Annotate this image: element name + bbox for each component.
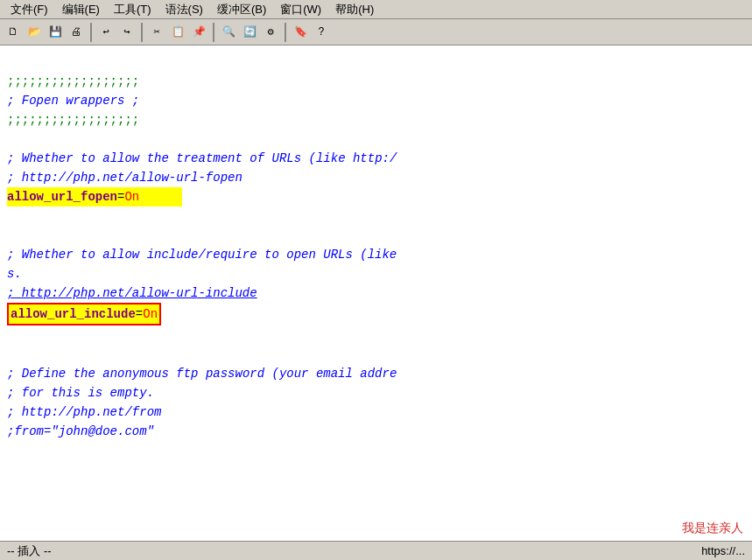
toolbar-bookmark[interactable]: 🔖: [291, 23, 310, 42]
line-15: [7, 326, 752, 345]
toolbar-paste[interactable]: 📌: [189, 23, 208, 42]
line-6: ; Whether to allow the treatment of URLs…: [7, 149, 752, 168]
comment-link1: ; http://php.net/allow-url-fopen: [7, 171, 242, 185]
line-16: [7, 345, 752, 364]
word-wrappers: wrappers: [66, 94, 124, 108]
code-content[interactable]: ;;;;;;;;;;;;;;;;;; ; Fopen wrappers ; ;;…: [0, 46, 752, 541]
comment-whether2: ; Whether to allow include/require to op…: [7, 248, 397, 262]
equals-2: =: [136, 307, 143, 321]
toolbar-cut[interactable]: ✂: [147, 23, 166, 42]
toolbar-redo[interactable]: ↪: [117, 23, 137, 42]
line-2: ;;;;;;;;;;;;;;;;;;: [7, 72, 752, 91]
semicolons-2: ;;;;;;;;;;;;;;;;;;: [7, 113, 139, 127]
menu-buffer[interactable]: 缓冲区(B): [210, 0, 273, 19]
line-10: [7, 226, 752, 245]
comment-from-link: ; http://php.net/from: [7, 405, 161, 419]
toolbar-macro[interactable]: ⚙: [261, 23, 280, 42]
key-allow-url-fopen: allow_url_fopen: [7, 190, 117, 204]
line-1: [7, 52, 752, 72]
line-7: ; http://php.net/allow-url-fopen: [7, 168, 752, 187]
word-anonymous: anonymous: [102, 367, 169, 381]
menu-tools[interactable]: 工具(T): [107, 0, 158, 19]
value-on-1: On: [124, 190, 139, 204]
line-9: [7, 206, 752, 226]
line-11: ; Whether to allow include/require to op…: [7, 245, 752, 264]
comment-empty: ; for this is empty.: [7, 386, 154, 400]
word-of: of: [249, 151, 264, 165]
separator-2: [141, 23, 143, 42]
word-allow: allow: [102, 151, 139, 165]
url-text: https://...: [701, 544, 745, 557]
menu-syntax[interactable]: 语法(S): [158, 0, 210, 19]
menu-edit[interactable]: 编辑(E): [55, 0, 107, 19]
menu-help[interactable]: 帮助(H): [328, 0, 381, 19]
key-allow-url-include: allow_url_include: [11, 307, 136, 321]
insert-mode-label: -- 插入 --: [7, 543, 52, 559]
line-5: [7, 130, 752, 149]
editor-area[interactable]: ;;;;;;;;;;;;;;;;;; ; Fopen wrappers ; ;;…: [0, 46, 752, 541]
toolbar-undo[interactable]: ↩: [96, 23, 116, 42]
line-20: ;from="john@doe.com": [7, 422, 752, 441]
separator-1: [90, 23, 92, 42]
toolbar-replace[interactable]: 🔄: [240, 23, 259, 42]
separator-4: [285, 23, 286, 42]
toolbar-save[interactable]: 💾: [46, 23, 65, 42]
line-13: ; http://php.net/allow-url-include: [7, 284, 752, 303]
toolbar: 🗋 📂 💾 🖨 ↩ ↪ ✂ 📋 📌 🔍 🔄 ⚙ 🔖 ?: [0, 19, 752, 46]
menu-window[interactable]: 窗口(W): [273, 0, 328, 19]
comment-fopen: ; Fopen wrappers ;: [7, 94, 139, 108]
comment-define: ; Define the anonymous ftp password (you…: [7, 367, 397, 381]
word-treatment: treatment: [176, 151, 242, 165]
comment-from-value: ;from="john@doe.com": [7, 424, 154, 438]
separator-3: [213, 23, 214, 42]
toolbar-help[interactable]: ?: [312, 23, 331, 42]
menu-file[interactable]: 文件(F): [4, 0, 55, 19]
line-4: ;;;;;;;;;;;;;;;;;;: [7, 110, 752, 130]
comment-link2: ; http://php.net/allow-url-include: [7, 286, 257, 300]
line-18: ; for this is empty.: [7, 383, 752, 402]
line-17: ; Define the anonymous ftp password (you…: [7, 364, 752, 383]
comment-whether1: ; Whether to allow the treatment of URLs…: [7, 151, 397, 165]
toolbar-open[interactable]: 📂: [25, 23, 44, 42]
line-21: [7, 441, 752, 460]
line-19: ; http://php.net/from: [7, 402, 752, 422]
word-the2: the: [74, 367, 95, 381]
line-14: allow_url_include=On: [7, 303, 752, 326]
toolbar-print[interactable]: 🖨: [67, 23, 86, 42]
setting-allow-url-include: allow_url_include=On: [7, 303, 161, 326]
status-bar: -- 插入 -- https://...: [0, 541, 752, 560]
setting-allow-url-fopen: allow_url_fopen=On: [7, 187, 182, 206]
word-the1: the: [147, 151, 169, 165]
toolbar-copy[interactable]: 📋: [168, 23, 187, 42]
line-12: s.: [7, 264, 752, 284]
semicolons-1: ;;;;;;;;;;;;;;;;;;: [7, 74, 139, 88]
watermark: 我是连亲人: [682, 521, 743, 536]
value-on-2: On: [143, 307, 158, 321]
menu-bar: 文件(F) 编辑(E) 工具(T) 语法(S) 缓冲区(B) 窗口(W) 帮助(…: [0, 0, 752, 19]
toolbar-find[interactable]: 🔍: [219, 23, 238, 42]
line-3: ; Fopen wrappers ;: [7, 91, 752, 110]
comment-s: s.: [7, 267, 22, 281]
toolbar-new[interactable]: 🗋: [4, 23, 23, 42]
word-whether: Whether: [22, 151, 74, 165]
line-8: allow_url_fopen=On: [7, 187, 752, 206]
